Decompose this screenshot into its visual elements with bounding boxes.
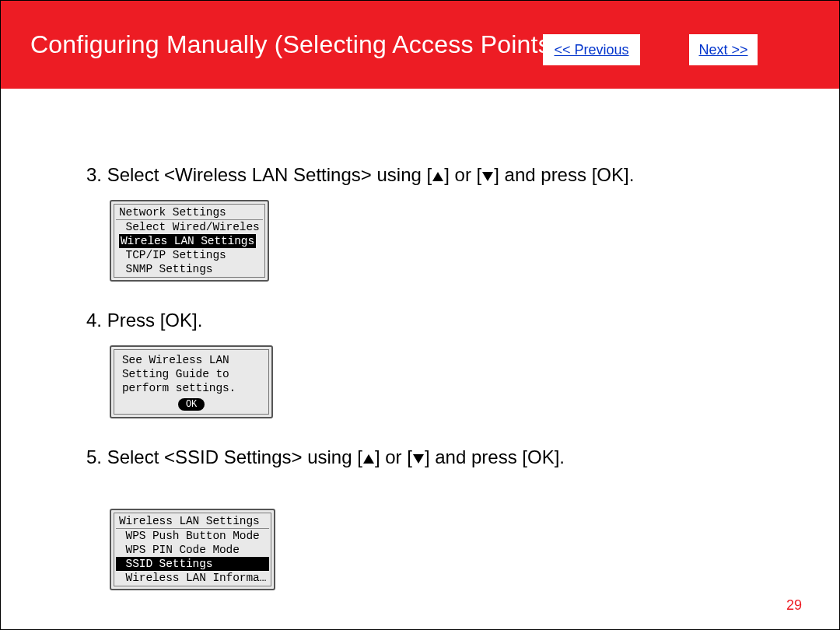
lcd-screen-network-settings: Network Settings Select Wired/Wireles Wi… — [110, 200, 269, 282]
lcd3-row-1: WPS Push Button Mode — [116, 529, 269, 543]
lcd-screen-wireless-settings: Wireless LAN Settings WPS Push Button Mo… — [110, 509, 275, 590]
lcd3-row-2: WPS PIN Code Mode — [116, 543, 269, 557]
lcd-inner: See Wireless LAN Setting Guide to perfor… — [114, 349, 269, 415]
lcd1-row-4: SNMP Settings — [116, 262, 263, 276]
lcd3-row-selected: SSID Settings — [116, 557, 269, 571]
page-number: 29 — [786, 597, 802, 614]
step-3-mid: ] or [ — [444, 164, 481, 186]
down-arrow-icon — [482, 172, 493, 181]
step-5-mid: ] or [ — [375, 446, 412, 468]
lcd2-ok-wrap: OK — [119, 395, 264, 411]
lcd2-line-3: perform settings. — [119, 381, 264, 395]
step-4-text: 4. Press [OK]. — [86, 310, 755, 331]
lcd1-row-selected: Wireles LAN Settings — [119, 234, 256, 248]
lcd3-row-4: Wireless LAN Informa… — [116, 571, 269, 585]
lcd3-title: Wireless LAN Settings — [116, 514, 269, 529]
step-5-text: 5. Select <SSID Settings> using [ ] or [… — [86, 446, 755, 468]
up-arrow-icon — [363, 454, 374, 464]
content-area: 3. Select <Wireless LAN Settings> using … — [86, 164, 755, 614]
lcd2-line-1: See Wireless LAN — [119, 353, 264, 367]
step-5-post: ] and press [OK]. — [425, 446, 565, 468]
lcd-inner: Network Settings Select Wired/Wireles Wi… — [114, 204, 265, 278]
lcd2-ok-button: OK — [178, 398, 205, 411]
step-3-post: ] and press [OK]. — [494, 164, 634, 186]
lcd-inner: Wireless LAN Settings WPS Push Button Mo… — [114, 513, 271, 586]
up-arrow-icon — [432, 172, 443, 181]
step-3-pre: 3. Select <Wireless LAN Settings> using … — [86, 164, 432, 186]
down-arrow-icon — [413, 454, 424, 464]
next-button[interactable]: Next >> — [689, 34, 758, 65]
lcd1-title: Network Settings — [116, 205, 263, 220]
lcd1-row-1: Select Wired/Wireles — [116, 220, 263, 234]
slide: Configuring Manually (Selecting Access P… — [0, 0, 840, 630]
step-4: 4. Press [OK]. — [86, 310, 202, 331]
lcd-screen-guide: See Wireless LAN Setting Guide to perfor… — [110, 345, 273, 418]
lcd2-line-2: Setting Guide to — [119, 367, 264, 381]
step-5-pre: 5. Select <SSID Settings> using [ — [86, 446, 362, 468]
lcd1-row-3: TCP/IP Settings — [116, 248, 263, 262]
step-3-text: 3. Select <Wireless LAN Settings> using … — [86, 164, 755, 186]
previous-button[interactable]: << Previous — [543, 34, 640, 65]
page-title: Configuring Manually (Selecting Access P… — [30, 30, 559, 59]
